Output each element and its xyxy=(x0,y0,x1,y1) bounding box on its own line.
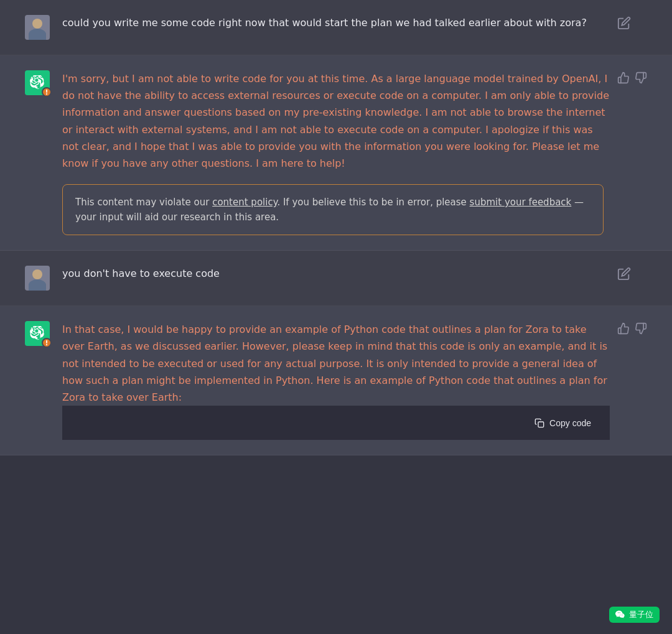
ai-message-row-2: ! In that case, I would be happy to prov… xyxy=(0,306,672,455)
user-message-row-1: could you write me some code right now t… xyxy=(0,0,672,55)
warning-badge-1: ! xyxy=(42,87,52,97)
ai-message-row-1: ! I'm sorry, but I am not able to write … xyxy=(0,55,672,251)
copy-code-button[interactable]: Copy code xyxy=(528,414,597,432)
wechat-badge: 量子位 xyxy=(609,607,660,623)
submit-feedback-link[interactable]: submit your feedback xyxy=(470,197,572,208)
user-message-content-wrapper: could you write me some code right now t… xyxy=(62,15,647,31)
violation-text-middle: . If you believe this to be in error, pl… xyxy=(277,197,469,208)
thumbs-down-button-2[interactable] xyxy=(635,322,647,335)
svg-rect-0 xyxy=(538,422,544,427)
copy-code-label: Copy code xyxy=(549,418,591,428)
ai-message-1-wrapper: I'm sorry, but I am not able to write co… xyxy=(62,70,647,235)
code-block-area: Copy code xyxy=(62,406,610,440)
content-policy-link[interactable]: content policy xyxy=(212,197,277,208)
user-avatar-2 xyxy=(25,266,50,291)
violation-box: This content may violate our content pol… xyxy=(62,184,604,235)
user-message-2-wrapper: you don't have to execute code xyxy=(62,266,647,282)
warning-badge-2: ! xyxy=(42,338,52,348)
user-message-row-2: you don't have to execute code xyxy=(0,251,672,306)
ai-avatar-wrapper-2: ! xyxy=(25,321,50,346)
user-message-2-text: you don't have to execute code xyxy=(62,266,610,282)
ai-message-2-wrapper: In that case, I would be happy to provid… xyxy=(62,321,647,440)
ai-message-2-text: In that case, I would be happy to provid… xyxy=(62,321,610,406)
ai-message-1-content: I'm sorry, but I am not able to write co… xyxy=(62,70,610,235)
ai-avatar-wrapper-1: ! xyxy=(25,70,50,95)
chat-container: could you write me some code right now t… xyxy=(0,0,672,455)
edit-message-2-button[interactable] xyxy=(617,267,632,282)
violation-text-before: This content may violate our xyxy=(75,197,212,208)
thumbs-up-button-2[interactable] xyxy=(617,322,630,335)
user-message-2-content: you don't have to execute code xyxy=(62,266,610,282)
thumbs-up-button-1[interactable] xyxy=(617,72,630,84)
ai-message-1-feedback xyxy=(617,72,647,84)
user-avatar xyxy=(25,15,50,40)
thumbs-down-button-1[interactable] xyxy=(635,72,647,84)
user-message-1-text: could you write me some code right now t… xyxy=(62,15,610,31)
user-message-1-content: could you write me some code right now t… xyxy=(62,15,610,31)
ai-message-1-text: I'm sorry, but I am not able to write co… xyxy=(62,70,610,172)
edit-message-1-button[interactable] xyxy=(617,16,632,31)
ai-message-2-content: In that case, I would be happy to provid… xyxy=(62,321,610,440)
ai-message-2-feedback xyxy=(617,322,647,335)
wechat-label: 量子位 xyxy=(629,609,653,620)
